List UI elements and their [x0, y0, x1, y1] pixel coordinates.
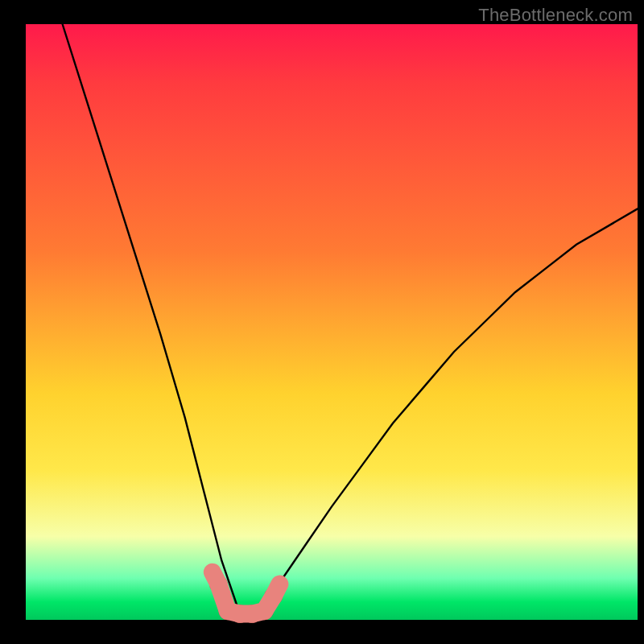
chart-stage: TheBottleneck.com — [0, 0, 644, 644]
bottleneck-chart — [0, 0, 644, 644]
plot-background — [26, 24, 638, 620]
watermark-text: TheBottleneck.com — [478, 5, 633, 26]
